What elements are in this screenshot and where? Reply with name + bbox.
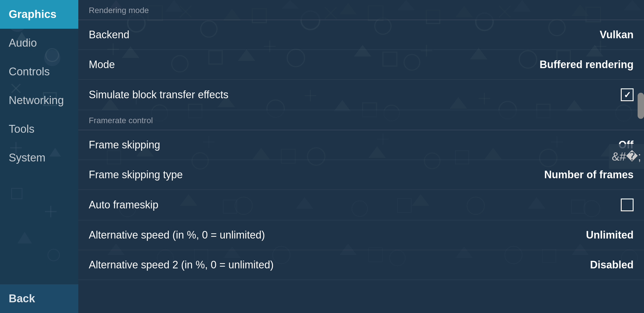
sidebar-item-audio[interactable]: Audio [0, 29, 78, 57]
svg-rect-8 [12, 188, 22, 199]
setting-label-simulate-block: Simulate block transfer effects [89, 89, 229, 101]
setting-row-alt-speed[interactable]: Alternative speed (in %, 0 = unlimited) … [78, 220, 644, 250]
scrollbar-indicator[interactable] [638, 93, 644, 119]
sidebar-item-controls[interactable]: Controls [0, 57, 78, 86]
sidebar-item-graphics[interactable]: Graphics [0, 0, 78, 29]
setting-row-simulate-block[interactable]: Simulate block transfer effects [78, 80, 644, 110]
sidebar-item-tools[interactable]: Tools [0, 115, 78, 143]
svg-point-12 [48, 249, 59, 261]
setting-label-frame-skipping: Frame skipping [89, 139, 160, 151]
setting-label-alt-speed: Alternative speed (in %, 0 = unlimited) [89, 229, 265, 241]
setting-label-mode: Mode [89, 59, 115, 71]
setting-value-frame-skipping-type: Number of frames [544, 169, 634, 181]
setting-label-alt-speed-2: Alternative speed 2 (in %, 0 = unlimited… [89, 259, 274, 271]
setting-label-backend: Backend [89, 29, 129, 41]
svg-marker-11 [17, 232, 32, 243]
sidebar: Graphics Audio Controls Networking Tools… [0, 0, 78, 313]
sidebar-item-networking[interactable]: Networking [0, 86, 78, 115]
back-button[interactable]: Back [0, 284, 78, 313]
section-header-rendering: Rendering mode [78, 0, 644, 20]
settings-scroll[interactable]: Rendering mode Backend Vulkan Mode Buffe… [78, 0, 644, 313]
main-content: Rendering mode Backend Vulkan Mode Buffe… [78, 0, 644, 313]
right-chevron-button[interactable]: &#�; [609, 144, 644, 169]
setting-row-backend[interactable]: Backend Vulkan [78, 20, 644, 50]
sidebar-item-system[interactable]: System [0, 143, 78, 172]
checkbox-simulate-block[interactable] [621, 88, 634, 101]
setting-row-mode[interactable]: Mode Buffered rendering [78, 50, 644, 80]
section-header-framerate: Framerate control [78, 110, 644, 130]
setting-row-frame-skipping[interactable]: Frame skipping Off [78, 130, 644, 160]
setting-row-frame-skipping-type[interactable]: Frame skipping type Number of frames [78, 160, 644, 190]
setting-value-alt-speed: Unlimited [586, 229, 634, 241]
setting-value-backend: Vulkan [600, 29, 634, 41]
setting-label-frame-skipping-type: Frame skipping type [89, 169, 183, 181]
setting-value-mode: Buffered rendering [540, 59, 634, 71]
setting-label-auto-frameskip: Auto frameskip [89, 199, 158, 211]
setting-value-alt-speed-2: Disabled [590, 259, 634, 271]
setting-row-alt-speed-2[interactable]: Alternative speed 2 (in %, 0 = unlimited… [78, 250, 644, 280]
checkbox-auto-frameskip[interactable] [621, 199, 634, 211]
setting-row-auto-frameskip[interactable]: Auto frameskip [78, 190, 644, 220]
